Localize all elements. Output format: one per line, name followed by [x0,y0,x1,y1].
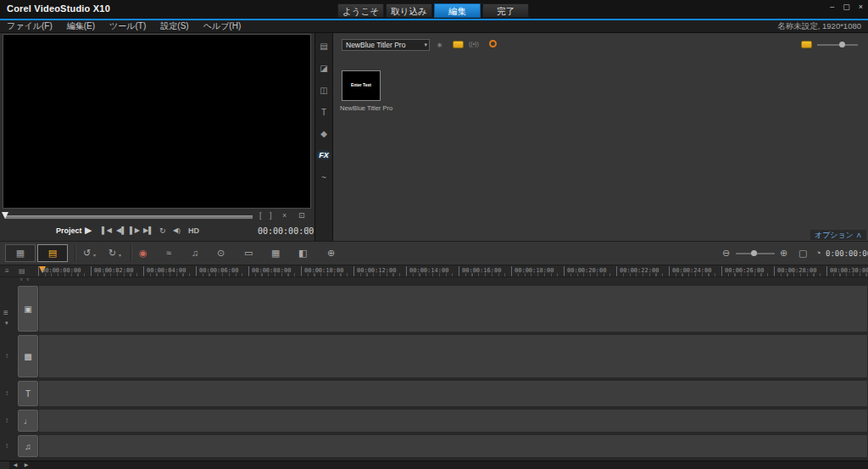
voice-track-button[interactable]: ♩ [18,410,38,432]
broadcast-icon[interactable]: ((•)) [469,41,479,47]
video-track-lane[interactable] [39,286,867,332]
list-view-icon[interactable] [801,41,812,48]
timecode-spinner[interactable]: ▲ ▼ [304,225,311,237]
volume-icon[interactable]: ◀) [173,226,181,234]
track-swap-icon[interactable]: ↕ [5,416,8,424]
prev-frame-icon[interactable]: ◀▌ [116,226,126,234]
track-swap-icon[interactable]: ↕ [5,442,8,449]
media-icon[interactable]: ▤ [315,42,332,51]
gallery-dropdown[interactable]: NewBlue Titler Pro ▾ [342,39,430,51]
title-icon[interactable]: T [315,108,332,117]
track-list-caret-icon[interactable]: ▾ [5,320,8,327]
minimize-icon[interactable]: – [830,3,834,11]
menu-help[interactable]: ヘルプ(H) [203,20,242,32]
ripple-edit-icons[interactable]: ∨∨ [19,276,32,282]
zoom-in-icon[interactable]: ⊕ [780,248,787,259]
menu-edit[interactable]: 編集(E) [67,20,95,32]
mask-creator-icon[interactable]: ◧ [298,248,307,259]
clock-icon[interactable]: ◔ [815,248,821,258]
restore-icon[interactable]: ▢ [843,3,850,11]
toolbar-separator [75,245,76,261]
scroll-right-icon[interactable]: ▶ [21,461,31,469]
zoom-out-icon[interactable]: ⊖ [722,248,730,259]
overlay-track-button[interactable]: ▩ [18,335,38,377]
go-end-icon[interactable]: ▶▌ [143,226,153,234]
library-item-newblue-titler[interactable]: Enter Text [342,70,381,101]
undo-caret-icon[interactable]: ▾ [93,252,96,258]
ruler-timecode: 00:00:02:00 [91,266,133,276]
scrubber-thumb[interactable] [2,212,8,219]
filter-fx-icon[interactable]: FX [315,151,332,159]
repeat-icon[interactable]: ↻ [159,226,166,235]
ruler-labels[interactable]: 00:00:00:0000:00:02:0000:00:04:0000:00:0… [38,265,868,276]
track-list-menu-icon[interactable]: ≡ [3,308,8,317]
close-icon[interactable]: × [859,3,863,11]
enlarge-preview-icon[interactable]: ⊡ [298,211,305,220]
track-view-icon[interactable]: ▤ [19,267,25,275]
slider-thumb[interactable] [839,42,845,47]
video-track-icon: ▣ [24,304,31,314]
delete-clip-icon[interactable]: × [282,211,287,220]
zoom-slider-thumb[interactable] [751,250,757,256]
timeline-toolbar: ▦ ▤ ↺ ▾ ↻ ▾ ◉ ≈ ♫ ⊙ ▭ ▦ ◧ ⊕ ⊖ ⊕ ▢ ◔ 0:00… [0,241,868,265]
thumbnail-size-slider[interactable] [817,44,858,46]
graphic-icon[interactable]: ◆ [315,129,332,138]
go-start-icon[interactable]: ▌◀ [102,226,112,234]
video-track-button[interactable]: ▣ [18,286,38,332]
spin-up-icon[interactable]: ▲ [306,225,310,230]
tab-welcome[interactable]: ようこそ [337,3,384,18]
fit-project-icon[interactable]: ▢ [798,248,807,259]
instant-project-icon[interactable]: ◪ [315,64,332,73]
title-track-button[interactable]: T [18,381,38,406]
mark-out-icon[interactable]: ] [270,211,272,220]
tab-edit[interactable]: 編集 [434,3,481,18]
motion-path-icon[interactable]: ~ [315,173,332,182]
play-icon[interactable]: ▶ [85,225,92,236]
motion-tracking-icon[interactable]: ⊙ [217,248,225,259]
voice-track-lane[interactable] [39,410,867,432]
transition-icon[interactable]: ◫ [315,86,332,95]
auto-music-icon[interactable]: ♫ [192,248,198,258]
track-swap-icon[interactable]: ↕ [5,389,8,397]
sound-mixer-icon[interactable]: ≈ [166,248,171,258]
scroll-left-icon[interactable]: ◀ [10,461,20,469]
overlay-track-lane[interactable] [39,335,867,377]
title-template-icon[interactable] [453,41,464,48]
project-info: 名称未設定, 1920*1080 [777,20,861,32]
next-frame-icon[interactable]: ▌▶ [130,226,140,234]
redo-caret-icon[interactable]: ▾ [119,252,121,258]
title-track-lane[interactable] [39,381,867,406]
redo-icon[interactable]: ↻ [108,248,116,259]
multicam-editor-icon[interactable]: ▦ [271,248,280,259]
library-filter-icon[interactable]: ∗ [437,41,443,49]
menu-settings[interactable]: 設定(S) [160,20,188,32]
track-manager-icon[interactable]: ≡ [5,267,9,275]
subtitle-editor-icon[interactable]: ▭ [244,248,253,259]
hd-button[interactable]: HD [188,226,199,235]
track-swap-icon[interactable]: ↕ [5,352,8,360]
music-track-button[interactable]: ♫ [18,435,38,457]
tab-share[interactable]: 完了 [482,3,529,18]
ruler-timecode: 00:00:28:00 [774,266,816,276]
timeline-zoom-slider[interactable] [736,253,775,254]
mark-in-icon[interactable]: [ [259,211,262,220]
transport-bar: Project ▶ ▌◀ ◀▌ ▌▶ ▶▌ ↻ ◀) HD 00:00:00:0… [0,222,314,241]
tab-capture[interactable]: 取り込み [386,3,432,18]
ruler-timecode: 00:00:24:00 [669,266,711,276]
gallery-dropdown-value: NewBlue Titler Pro [346,41,405,49]
record-capture-icon[interactable]: ◉ [139,248,147,259]
color-wheel-icon[interactable] [489,40,497,47]
menu-file[interactable]: ファイル(F) [7,20,53,32]
undo-icon[interactable]: ↺ [83,248,91,259]
music-track-lane[interactable] [39,435,867,457]
app-title: Corel VideoStudio X10 [7,3,110,14]
scrubber-track[interactable] [5,215,253,219]
spin-down-icon[interactable]: ▼ [306,231,310,236]
storyboard-view-button[interactable]: ▦ [5,244,36,262]
web-tool-icon[interactable]: ⊕ [327,248,335,259]
menu-tools[interactable]: ツール(T) [109,20,146,32]
timeline-timecode: 0:00:00:00 [826,249,868,258]
project-mode-dropdown[interactable]: Project [56,226,82,235]
timeline-view-button[interactable]: ▤ [37,244,68,262]
options-collapse-tab[interactable]: オプション ∧ [810,230,866,240]
